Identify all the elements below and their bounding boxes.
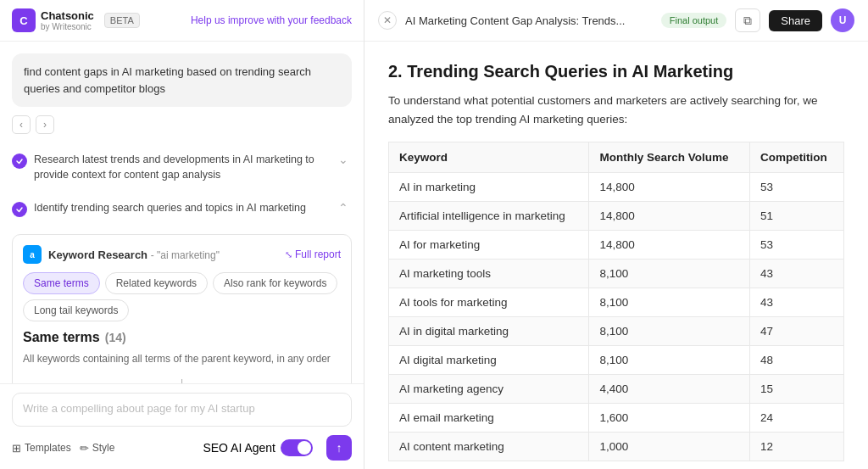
right-content: 2. Trending Search Queries in AI Marketi… bbox=[364, 42, 868, 469]
table-cell: 43 bbox=[749, 288, 843, 317]
final-badge: Final output bbox=[661, 13, 726, 28]
seo-toggle-area: SEO AI Agent bbox=[203, 439, 313, 456]
chat-input[interactable]: Write a compelling about page for my AI … bbox=[12, 393, 352, 427]
bottom-toolbar: ⊞ Templates ✏ Style SEO AI Agent ↑ bbox=[12, 435, 352, 461]
right-header: ✕ AI Marketing Content Gap Analysis: Tre… bbox=[364, 0, 868, 42]
table-cell: 15 bbox=[749, 375, 843, 404]
feedback-link[interactable]: Help us improve with your feedback bbox=[191, 14, 352, 26]
section-desc: To understand what potential customers a… bbox=[388, 92, 844, 128]
keyword-card-header: a Keyword Research - "ai marketing" ⤡ Fu… bbox=[23, 245, 341, 264]
th-competition: Competition bbox=[749, 142, 843, 173]
same-terms-desc: All keywords containing all terms of the… bbox=[23, 352, 341, 366]
table-cell: 53 bbox=[749, 231, 843, 260]
table-row: AI in digital marketing8,10047 bbox=[389, 317, 844, 346]
app-name: Chatsonic bbox=[41, 9, 94, 22]
copy-button[interactable]: ⧉ bbox=[735, 8, 760, 32]
templates-label: Templates bbox=[25, 442, 71, 454]
table-cell: 12 bbox=[749, 433, 843, 461]
table-row: AI content marketing1,00012 bbox=[389, 433, 844, 461]
toggle-knob bbox=[298, 441, 311, 455]
table-cell: 14,800 bbox=[589, 231, 750, 260]
same-terms-heading: Same terms bbox=[23, 330, 100, 345]
task-text-1: Research latest trends and developments … bbox=[34, 153, 328, 182]
table-cell: AI content marketing bbox=[389, 433, 589, 461]
table-cell: 8,100 bbox=[589, 288, 750, 317]
chat-input-placeholder: Write a compelling about page for my AI … bbox=[23, 402, 255, 415]
task-collapse-1[interactable]: ⌄ bbox=[335, 153, 352, 166]
keywords-table: Keyword Monthly Search Volume Competitio… bbox=[388, 142, 844, 461]
logo-text: Chatsonic by Writesonic bbox=[41, 9, 94, 31]
table-row: AI tools for marketing8,10043 bbox=[389, 288, 844, 317]
table-cell: Artificial intelligence in marketing bbox=[389, 202, 589, 231]
table-row: AI for marketing14,80053 bbox=[389, 231, 844, 260]
table-cell: 4,400 bbox=[589, 375, 750, 404]
send-button[interactable]: ↑ bbox=[326, 435, 352, 461]
beta-badge: BETA bbox=[104, 13, 140, 28]
keyword-research-card: a Keyword Research - "ai marketing" ⤡ Fu… bbox=[12, 234, 352, 383]
same-terms-count: (14) bbox=[105, 331, 126, 344]
table-cell: 43 bbox=[749, 260, 843, 288]
table-row: AI marketing agency4,40015 bbox=[389, 375, 844, 404]
tab-same-terms[interactable]: Same terms bbox=[23, 272, 100, 294]
task-text-2: Identify trending search queries and top… bbox=[34, 201, 328, 216]
table-cell: 51 bbox=[749, 202, 843, 231]
table-cell: 8,100 bbox=[589, 346, 750, 375]
same-terms-section: Same terms (14) All keywords containing … bbox=[23, 330, 341, 383]
style-label: Style bbox=[92, 442, 115, 454]
table-cell: 8,100 bbox=[589, 317, 750, 346]
table-row: Artificial intelligence in marketing14,8… bbox=[389, 202, 844, 231]
table-cell: 1,000 bbox=[589, 433, 750, 461]
table-row: AI marketing tools8,10043 bbox=[389, 260, 844, 288]
table-cell: AI email marketing bbox=[389, 404, 589, 433]
seo-toggle[interactable] bbox=[281, 439, 313, 456]
table-cell: AI marketing tools bbox=[389, 260, 589, 288]
next-arrow[interactable]: › bbox=[36, 115, 54, 134]
table-cell: AI marketing agency bbox=[389, 375, 589, 404]
tab-also-rank[interactable]: Also rank for keywords bbox=[213, 272, 337, 294]
table-cell: 24 bbox=[749, 404, 843, 433]
task-item: Research latest trends and developments … bbox=[12, 148, 352, 187]
prev-arrow[interactable]: ‹ bbox=[12, 115, 31, 134]
style-button[interactable]: ✏ Style bbox=[80, 442, 115, 455]
ahrefs-icon: a bbox=[23, 245, 42, 264]
sort-icon[interactable]: ↓ bbox=[23, 375, 341, 383]
task-collapse-2[interactable]: ⌃ bbox=[335, 201, 352, 215]
full-report-link[interactable]: ⤡ Full report bbox=[285, 248, 341, 260]
table-cell: 14,800 bbox=[589, 173, 750, 202]
filter-tabs: Same terms Related keywords Also rank fo… bbox=[23, 272, 341, 321]
section-title: 2. Trending Search Queries in AI Marketi… bbox=[388, 62, 844, 81]
user-message: find content gaps in AI marketing based … bbox=[12, 53, 352, 107]
tab-related-keywords[interactable]: Related keywords bbox=[105, 272, 208, 294]
templates-icon: ⊞ bbox=[12, 442, 21, 455]
task-item-2: Identify trending search queries and top… bbox=[12, 196, 352, 222]
kw-title: Keyword Research - "ai marketing" bbox=[48, 248, 220, 261]
logo-area: C Chatsonic by Writesonic BETA bbox=[12, 8, 140, 32]
app-sub: by Writesonic bbox=[41, 22, 94, 31]
th-keyword: Keyword bbox=[389, 142, 589, 173]
table-cell: AI in digital marketing bbox=[389, 317, 589, 346]
table-cell: 53 bbox=[749, 173, 843, 202]
nav-arrows: ‹ › bbox=[12, 115, 352, 139]
table-header-row: Keyword Monthly Search Volume Competitio… bbox=[389, 142, 844, 173]
task-check-icon bbox=[12, 154, 27, 169]
table-cell: 14,800 bbox=[589, 202, 750, 231]
share-button[interactable]: Share bbox=[769, 10, 822, 31]
style-icon: ✏ bbox=[80, 442, 89, 455]
close-button[interactable]: ✕ bbox=[378, 11, 397, 30]
table-row: AI digital marketing8,10048 bbox=[389, 346, 844, 375]
app-logo-icon: C bbox=[12, 8, 36, 32]
table-cell: AI in marketing bbox=[389, 173, 589, 202]
left-panel: C Chatsonic by Writesonic BETA Help us i… bbox=[0, 0, 364, 469]
bottom-area: Write a compelling about page for my AI … bbox=[0, 383, 364, 469]
templates-button[interactable]: ⊞ Templates bbox=[12, 442, 71, 455]
table-row: AI email marketing1,60024 bbox=[389, 404, 844, 433]
doc-title: AI Marketing Content Gap Analysis: Trend… bbox=[405, 14, 653, 27]
table-cell: 8,100 bbox=[589, 260, 750, 288]
seo-label: SEO AI Agent bbox=[203, 441, 275, 455]
table-cell: 1,600 bbox=[589, 404, 750, 433]
table-cell: AI digital marketing bbox=[389, 346, 589, 375]
tab-long-tail[interactable]: Long tail keywords bbox=[23, 299, 129, 321]
avatar: U bbox=[831, 8, 854, 32]
th-volume: Monthly Search Volume bbox=[589, 142, 750, 173]
table-cell: 47 bbox=[749, 317, 843, 346]
